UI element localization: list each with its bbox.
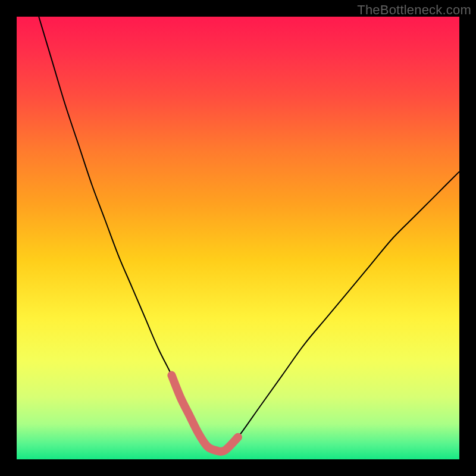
bottleneck-chart <box>17 17 459 459</box>
chart-container: TheBottleneck.com <box>0 0 476 476</box>
plot-area <box>17 17 459 459</box>
watermark-text: TheBottleneck.com <box>357 2 471 18</box>
